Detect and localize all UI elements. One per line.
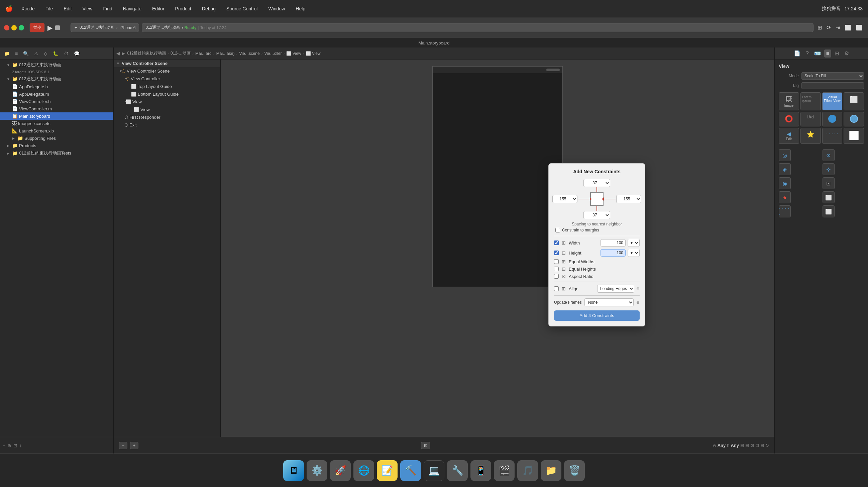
- main-group[interactable]: 📁 012通过约束执行动画: [0, 75, 113, 83]
- scheme-action-btn[interactable]: ⟳: [825, 23, 832, 32]
- canvas-zoom-control[interactable]: ⊡: [421, 442, 430, 449]
- history-nav-btn[interactable]: ⏱: [63, 50, 70, 57]
- palette-star[interactable]: ⭐: [801, 128, 821, 144]
- dock-system-prefs[interactable]: ⚙️: [307, 460, 327, 481]
- bc-project[interactable]: 012通过约束执行动画: [127, 51, 166, 56]
- palette-blue1[interactable]: [822, 112, 843, 126]
- connections-inspector-tab[interactable]: ⚙: [842, 49, 851, 58]
- palette-white-view[interactable]: [844, 128, 864, 144]
- viewcontroller-m-item[interactable]: 📄 ViewController.m: [0, 105, 113, 112]
- forward-btn[interactable]: ▶: [122, 51, 125, 56]
- bc-vieoller[interactable]: Vie…oller: [265, 51, 282, 56]
- palette-lorem[interactable]: Lorem ipsum: [801, 92, 821, 111]
- layout-toggle-btn[interactable]: ⊞: [816, 23, 823, 32]
- menu-debug[interactable]: Debug: [200, 5, 218, 13]
- dock-finder[interactable]: 🖥: [283, 460, 304, 481]
- blue-action-1[interactable]: ◎: [779, 149, 791, 161]
- storyboard-canvas[interactable]: Add New Constraints 37: [221, 60, 774, 437]
- run-button[interactable]: ▶: [48, 24, 53, 32]
- close-button[interactable]: [4, 25, 9, 30]
- supporting-files-item[interactable]: 📁 Supporting Files: [0, 134, 113, 142]
- first-responder-item[interactable]: ⬡ First Responder: [114, 113, 220, 121]
- action-8[interactable]: ⬜: [823, 191, 835, 203]
- dock-notes[interactable]: 📝: [377, 460, 398, 481]
- size-class-btn1[interactable]: ⊞: [740, 443, 744, 448]
- height-value-input[interactable]: [600, 249, 626, 256]
- maximize-button[interactable]: [19, 25, 24, 30]
- jump-btn[interactable]: ⇥: [834, 23, 841, 32]
- palette-visual-effect[interactable]: Visual Effect View: [822, 92, 843, 111]
- exit-item[interactable]: ⬡ Exit: [114, 121, 220, 129]
- size-class-btn5[interactable]: ⊞: [760, 443, 764, 448]
- align-select[interactable]: Leading Edges: [597, 285, 634, 293]
- menu-find[interactable]: Find: [101, 5, 114, 13]
- view-controller-scene-item[interactable]: ⬡ View Controller Scene: [114, 67, 220, 75]
- symbol-nav-btn[interactable]: ≡: [14, 50, 19, 57]
- file-inspector-tab[interactable]: 📄: [792, 49, 803, 58]
- palette-back[interactable]: ◀ Edit: [779, 128, 799, 144]
- constrain-margins-checkbox[interactable]: [555, 228, 560, 233]
- top-constraint-input[interactable]: 37: [584, 179, 610, 187]
- menu-product[interactable]: Product: [173, 5, 193, 13]
- bc-maiase[interactable]: Mai…ase): [216, 51, 235, 56]
- menu-editor[interactable]: Editor: [150, 5, 166, 13]
- view-child-item[interactable]: ⬜ View: [114, 106, 220, 113]
- images-xcassets-item[interactable]: 🖼 Images.xcassets: [0, 120, 113, 127]
- dock-simulator[interactable]: 📱: [470, 460, 491, 481]
- dock-terminal[interactable]: 💻: [424, 460, 444, 481]
- menu-navigate[interactable]: Navigate: [121, 5, 144, 13]
- bc-view1[interactable]: ⬜ View: [286, 51, 301, 56]
- appdelegate-h-item[interactable]: 📄 AppDelegate.h: [0, 83, 113, 90]
- bc-mainard[interactable]: Mai…ard: [195, 51, 212, 56]
- height-checkbox[interactable]: [554, 250, 559, 255]
- add-file-btn[interactable]: +: [3, 443, 5, 448]
- version-btn[interactable]: ⬜: [855, 23, 864, 32]
- attributes-inspector-tab[interactable]: ≡: [824, 50, 831, 58]
- menu-view[interactable]: View: [80, 5, 94, 13]
- menu-xcode[interactable]: Xcode: [20, 5, 37, 13]
- products-item[interactable]: 📁 Products: [0, 142, 113, 149]
- equal-widths-checkbox[interactable]: [554, 259, 559, 264]
- warning-nav-btn[interactable]: ⚠: [33, 50, 40, 57]
- bc-view2[interactable]: ⬜ View: [306, 51, 321, 56]
- dock-quicktime[interactable]: 🎬: [494, 460, 515, 481]
- bc-viescene[interactable]: Vie…scene: [239, 51, 259, 56]
- width-checkbox[interactable]: [554, 241, 559, 245]
- size-class-btn6[interactable]: ↻: [765, 443, 769, 448]
- bc-folder[interactable]: 012-…动画: [170, 51, 191, 56]
- blue-action-2[interactable]: ⊛: [823, 149, 835, 161]
- palette-image-view[interactable]: 🖼 Image: [779, 92, 799, 111]
- palette-iad[interactable]: iAd: [801, 112, 821, 126]
- dock-tools[interactable]: 🔧: [447, 460, 468, 481]
- width-unit-select[interactable]: ▾: [628, 239, 640, 247]
- quick-help-tab[interactable]: ?: [804, 50, 811, 58]
- appdelegate-m-item[interactable]: 📄 AppDelegate.m: [0, 90, 113, 98]
- assistant-btn[interactable]: ⬜: [843, 23, 852, 32]
- menu-file[interactable]: File: [43, 5, 55, 13]
- dock-trash[interactable]: 🗑️: [564, 460, 585, 481]
- report-nav-btn[interactable]: 💬: [72, 50, 81, 57]
- aspect-ratio-checkbox[interactable]: [554, 274, 559, 279]
- identity-inspector-tab[interactable]: 🪪: [812, 49, 823, 58]
- apple-menu[interactable]: 🍎: [5, 5, 13, 12]
- mode-select[interactable]: Scale To Fill: [802, 72, 864, 80]
- launchscreen-item[interactable]: 📐 LaunchScreen.xib: [0, 127, 113, 134]
- blue-action-9[interactable]: · · · · ·: [779, 205, 791, 217]
- equal-heights-checkbox[interactable]: [554, 267, 559, 271]
- tag-input[interactable]: [802, 82, 864, 89]
- size-class-btn2[interactable]: ⊟: [745, 443, 749, 448]
- palette-view4[interactable]: ⬜: [844, 92, 864, 111]
- stop-button[interactable]: 暂停: [29, 23, 45, 32]
- debug-nav-btn[interactable]: 🐛: [52, 50, 60, 57]
- tests-item[interactable]: 📁 012通过约束执行动画Tests: [0, 149, 113, 157]
- test-nav-btn[interactable]: ◇: [42, 50, 49, 57]
- size-inspector-tab[interactable]: ⊞: [833, 49, 841, 58]
- size-class-btn3[interactable]: ⊠: [750, 443, 754, 448]
- stop-square[interactable]: [55, 25, 60, 30]
- top-layout-item[interactable]: ⬜ Top Layout Guide: [114, 83, 220, 90]
- palette-blue2[interactable]: [844, 112, 864, 126]
- bottom-layout-item[interactable]: ⬜ Bottom Layout Guide: [114, 90, 220, 98]
- back-btn[interactable]: ◀: [116, 51, 120, 56]
- width-value-input[interactable]: [600, 239, 626, 246]
- zoom-in-btn[interactable]: +: [130, 442, 138, 449]
